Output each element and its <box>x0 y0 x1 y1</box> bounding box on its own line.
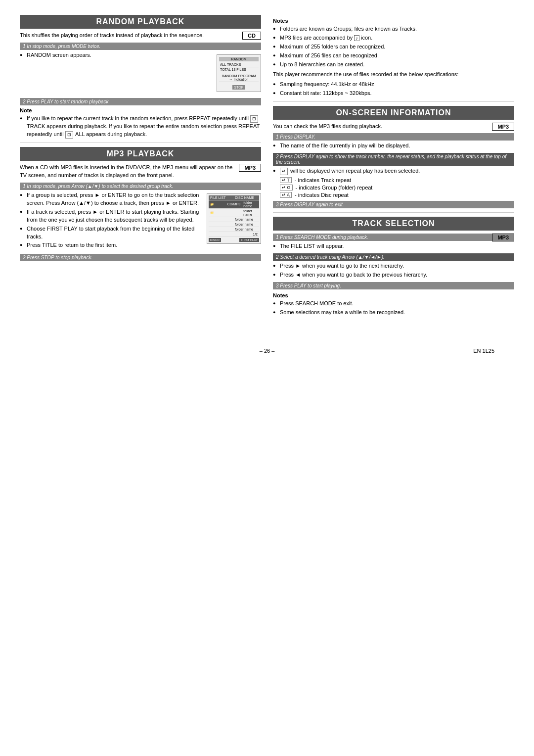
right-notes-section: Notes Folders are known as Groups; files… <box>273 18 514 97</box>
right-notes-bullets: Folders are known as Groups; files are k… <box>273 25 514 69</box>
track-bullets2: Press ► when you want to go to the next … <box>273 262 514 279</box>
mp3-bullet4: Press TITLE to return to the first item. <box>20 241 261 249</box>
on-screen-info-title: ON-SCREEN INFORMATION <box>273 106 514 120</box>
right-note-1: Folders are known as Groups; files are k… <box>273 25 514 33</box>
track-selection-badge: MP3 <box>492 234 514 241</box>
random-note-bullets: If you like to repeat the current track … <box>20 115 261 139</box>
track-step1-header: 1 Press SEARCH MODE during playback. <box>273 234 514 241</box>
right-note-2: MP3 files are accompanied by ♪ icon. <box>273 34 514 42</box>
track-notes: Press SEARCH MODE to exit. Some selectio… <box>273 300 514 317</box>
on-screen-step3-header: 3 Press DISPLAY again to exit. <box>273 201 514 208</box>
on-screen-info-section: ON-SCREEN INFORMATION MP3 You can check … <box>273 106 514 209</box>
mp3-intro: When a CD with MP3 files is inserted in … <box>20 164 261 180</box>
right-notes-label: Notes <box>273 18 514 24</box>
on-screen-intro: You can check the MP3 files during playb… <box>273 123 514 131</box>
track-bullets1: The FILE LIST will appear. <box>273 242 514 250</box>
page-code: EN 1L25 <box>473 348 494 354</box>
mp3-bullet1: If a group is selected, press ► or ENTER… <box>20 191 261 207</box>
track-selection-section: TRACK SELECTION MP3 1 Press SEARCH MODE … <box>273 217 514 317</box>
left-column: RANDOM PLAYBACK CD This shuffles the pla… <box>20 15 261 318</box>
page-number: – 26 – <box>260 348 275 354</box>
random-note-bullet1: If you like to repeat the current track … <box>20 115 261 139</box>
track-bullet1: The FILE LIST will appear. <box>273 242 514 250</box>
random-screen: RANDOM ALL TRACKS TOTAL 13 FILES RANDOM … <box>217 54 261 92</box>
random-step1-bullet1: RANDOM screen appears. <box>20 51 261 59</box>
on-screen-bullet2: ↵ will be displayed when repeat play has… <box>273 167 514 175</box>
mp3-playback-section: MP3 PLAYBACK MP3 When a CD with MP3 file… <box>20 147 261 261</box>
track-selection-title: TRACK SELECTION <box>273 217 514 231</box>
repeat-item-a: ↵ A - indicates Disc repeat <box>280 192 514 198</box>
right-spec-2: Constant bit rate: 112kbps ~ 320kbps. <box>273 90 514 97</box>
right-notes-para1: This player recommends the use of files … <box>273 71 514 79</box>
track-step2-header: 2 Select a desired track using Arrow (▲/… <box>273 253 514 261</box>
random-step2-header: 2 Press PLAY to start random playback. <box>20 98 261 105</box>
random-step1-bullets: RANDOM screen appears. <box>20 51 261 59</box>
mp3-badge: MP3 <box>239 164 261 172</box>
right-note-5: Up to 8 hierarchies can be created. <box>273 61 514 69</box>
track-notes-label: Notes <box>273 292 514 298</box>
mp3-step1-header: 1 In stop mode, press Arrow (▲/▼) to sel… <box>20 183 261 190</box>
on-screen-bullets1: The name of the file currently in play w… <box>273 142 514 150</box>
random-playback-section: RANDOM PLAYBACK CD This shuffles the pla… <box>20 15 261 139</box>
track-note-1: Press SEARCH MODE to exit. <box>273 300 514 308</box>
repeat-item-t: ↵ T - indicates Track repeat <box>280 177 514 183</box>
random-note-label: Note <box>20 107 261 113</box>
on-screen-step2-header: 2 Press DISPLAY again to show the track … <box>273 153 514 166</box>
right-note-3: Maximum of 255 folders can be recognized… <box>273 43 514 51</box>
repeat-items: ↵ T - indicates Track repeat ↵ G - indic… <box>280 177 514 198</box>
track-bullet2a: Press ► when you want to go to the next … <box>273 262 514 270</box>
page-footer: – 26 – EN 1L25 <box>20 348 514 354</box>
right-spec-1: Sampling frequency: 44.1kHz or 48kHz <box>273 81 514 89</box>
right-column: Notes Folders are known as Groups; files… <box>273 15 514 318</box>
mp3-bullet2: If a track is selected, press ► or ENTER… <box>20 208 261 224</box>
track-bullet2b: Press ◄ when you want to go back to the … <box>273 271 514 279</box>
right-note-4: Maximum of 256 files can be recognized. <box>273 52 514 60</box>
track-note-2: Some selections may take a while to be r… <box>273 309 514 317</box>
random-badge: CD <box>242 32 261 40</box>
repeat-item-g: ↵ G - indicates Group (folder) repeat <box>280 185 514 190</box>
on-screen-bullets2: ↵ will be displayed when repeat play has… <box>273 167 514 175</box>
mp3-bullet3: Choose FIRST PLAY to start playback from… <box>20 225 261 241</box>
random-playback-title: RANDOM PLAYBACK <box>20 15 261 29</box>
random-intro: This shuffles the playing order of track… <box>20 32 261 40</box>
mp3-step2-header: 2 Press STOP to stop playback. <box>20 254 261 261</box>
track-step3-header: 3 Press PLAY to start playing. <box>273 282 514 289</box>
mp3-playback-title: MP3 PLAYBACK <box>20 147 261 161</box>
on-screen-step1-header: 1 Press DISPLAY. <box>273 133 514 141</box>
random-step1-header: 1 In stop mode, press MODE twice. <box>20 43 261 50</box>
on-screen-badge: MP3 <box>492 123 514 131</box>
repeat-icon: ↵ <box>280 168 288 175</box>
on-screen-bullet1: The name of the file currently in play w… <box>273 142 514 150</box>
right-spec-bullets: Sampling frequency: 44.1kHz or 48kHz Con… <box>273 81 514 97</box>
